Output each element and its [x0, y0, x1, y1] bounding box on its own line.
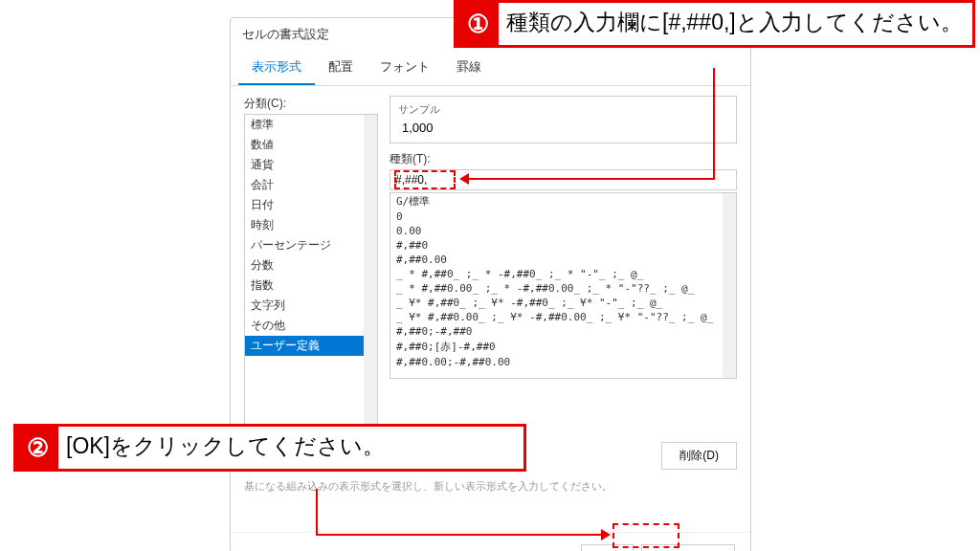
scrollbar[interactable] [723, 193, 736, 378]
list-item[interactable]: _ * #,##0_ ;_ * -#,##0_ ;_ * "-"_ ;_ @_ [390, 267, 736, 281]
callout-number: ① [457, 3, 499, 45]
list-item[interactable]: #,##0;[赤]-#,##0 [390, 339, 736, 355]
cancel-button[interactable]: キャンセル [641, 544, 735, 551]
tab-font[interactable]: フォント [367, 51, 443, 85]
callout-2: ② [OK]をクリックしてください。 [13, 424, 526, 472]
arrow-line [316, 534, 603, 536]
hint-text: 基になる組み込みの表示形式を選択し、新しい表示形式を入力してください。 [244, 479, 737, 494]
category-label: 分類(C): [244, 96, 378, 112]
list-item[interactable]: _ ¥* #,##0_ ;_ ¥* -#,##0_ ;_ ¥* "-"_ ;_ … [390, 296, 736, 310]
arrow-head-icon [601, 529, 611, 540]
list-item[interactable]: 標準 [245, 115, 377, 135]
list-item[interactable]: 時刻 [245, 215, 377, 235]
category-list[interactable]: 標準 数値 通貨 会計 日付 時刻 パーセンテージ 分数 指数 文字列 その他 … [244, 114, 378, 434]
list-item[interactable]: 0 [390, 209, 736, 224]
list-item[interactable]: 数値 [245, 135, 377, 155]
tab-number-format[interactable]: 表示形式 [238, 51, 315, 85]
list-item[interactable]: #,##0.00;-#,##0.00 [390, 355, 736, 369]
type-label: 種類(T): [390, 151, 737, 167]
callout-text: [OK]をクリックしてください。 [66, 430, 385, 463]
arrow-line [316, 489, 318, 535]
callout-number: ② [16, 427, 58, 469]
sample-box: サンプル 1,000 [390, 96, 737, 143]
tab-bar: 表示形式 配置 フォント 罫線 [231, 51, 750, 86]
list-item[interactable]: 日付 [245, 195, 377, 215]
list-item[interactable]: 文字列 [245, 296, 377, 316]
type-list[interactable]: G/標準 0 0.00 #,##0 #,##0.00 _ * #,##0_ ;_… [390, 192, 737, 379]
list-item[interactable]: 0.00 [390, 224, 736, 238]
arrow-line [469, 178, 715, 180]
type-input[interactable] [390, 169, 737, 190]
list-item[interactable]: _ ¥* #,##0.00_ ;_ ¥* -#,##0.00_ ;_ ¥* "-… [390, 310, 736, 324]
tab-border[interactable]: 罫線 [443, 51, 495, 85]
list-item[interactable]: G/標準 [390, 193, 736, 209]
list-item[interactable]: 通貨 [245, 155, 377, 175]
scrollbar[interactable] [364, 115, 377, 433]
sample-label: サンプル [398, 102, 728, 117]
arrow-head-icon [459, 173, 469, 185]
list-item[interactable]: _ * #,##0.00_ ;_ * -#,##0.00_ ;_ * "-"??… [390, 281, 736, 296]
ok-button[interactable]: OK [581, 544, 634, 551]
callout-1: ① 種類の入力欄に[#,##0,]と入力してください。 [454, 0, 975, 48]
list-item-selected[interactable]: ユーザー定義 [245, 336, 377, 356]
delete-button[interactable]: 削除(D) [661, 442, 737, 470]
tab-alignment[interactable]: 配置 [315, 51, 367, 85]
list-item[interactable]: #,##0 [390, 238, 736, 253]
list-item[interactable]: #,##0.00 [390, 253, 736, 267]
list-item[interactable]: 分数 [245, 255, 377, 276]
list-item[interactable]: 会計 [245, 175, 377, 195]
list-item[interactable]: その他 [245, 316, 377, 336]
list-item[interactable]: パーセンテージ [245, 235, 377, 255]
list-item[interactable]: #,##0;-#,##0 [390, 324, 736, 339]
arrow-line [713, 68, 715, 180]
sample-value: 1,000 [398, 117, 728, 137]
list-item[interactable]: 指数 [245, 276, 377, 296]
callout-text: 種類の入力欄に[#,##0,]と入力してください。 [506, 7, 963, 39]
